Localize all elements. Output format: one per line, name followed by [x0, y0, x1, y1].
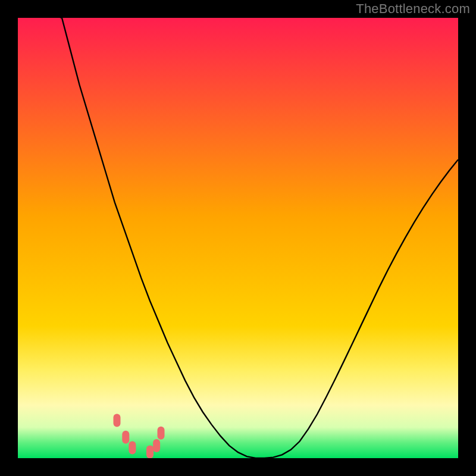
gradient-background: [18, 18, 458, 458]
marker-point: [158, 427, 165, 440]
chart-container: { "watermark": "TheBottleneck.com", "col…: [0, 0, 476, 476]
marker-point: [122, 431, 129, 444]
bottleneck-plot: [18, 18, 458, 458]
watermark-text: TheBottleneck.com: [356, 1, 470, 17]
marker-point: [114, 414, 121, 427]
marker-point: [146, 445, 154, 458]
marker-point: [129, 441, 136, 454]
marker-point: [153, 439, 160, 452]
